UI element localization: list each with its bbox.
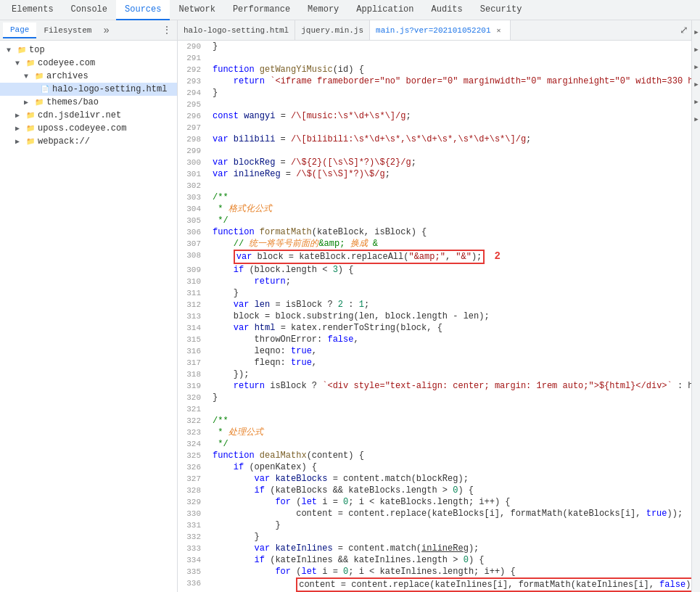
folder-icon: 📁 [25,59,36,67]
sidebar-tab-page[interactable]: Page [3,22,36,38]
sidebar-tabs: Page Filesystem » ⋮ [0,20,177,41]
expand-icon[interactable]: ⤢ [680,24,688,36]
right-panel-btn-1[interactable]: ▶ [692,23,700,41]
right-panel-btn-2[interactable]: ▶ [692,41,700,58]
tab-performance[interactable]: Performance [224,0,299,20]
chevron-right-icon: ▶ [12,137,23,146]
code-line: 317 fleqn: true, [178,357,691,369]
code-line: 320 } [178,392,691,403]
code-line: 323 * 处理公式 [178,427,691,438]
sidebar-more-button[interactable]: » [99,23,113,38]
code-line: 292 function getWangYiMusic(id) { [178,64,691,75]
close-tab-button[interactable]: ✕ [494,25,504,36]
tab-security[interactable]: Security [472,0,531,20]
code-line: 297 [178,122,691,133]
tree-item-archives[interactable]: ▼ 📁 archives [0,70,177,83]
code-line: 309 if (block.length < 3) { [178,264,691,276]
code-line: 291 [178,52,691,64]
tree-item-themes[interactable]: ▶ 📁 themes/bao [0,96,177,109]
editor-tab-main[interactable]: main.js?ver=202101052201 ✕ [370,20,510,41]
sidebar-menu-button[interactable]: ⋮ [160,23,174,38]
code-line: 330 content = content.replace(kateBlocks… [178,508,691,519]
code-line: 304 * 格式化公式 [178,203,691,215]
sidebar: Page Filesystem » ⋮ ▼ 📁 top ▼ 📁 codeyee.… [0,20,178,592]
right-panel-btn-5[interactable]: ▶ [692,93,700,110]
tab-console[interactable]: Console [62,0,116,20]
editor-tab-jquery[interactable]: jquery.min.js [295,20,370,41]
tree-item-uposs[interactable]: ▶ 📁 uposs.codeyee.com [0,122,177,135]
chevron-right-icon: ▶ [12,124,23,133]
tree-label-themes: themes/bao [46,97,99,107]
sidebar-actions: ⋮ [160,23,174,38]
code-line: 311 } [178,287,691,299]
tab-elements[interactable]: Elements [3,0,62,20]
top-nav: Elements Console Sources Network Perform… [0,0,700,20]
chevron-down-icon: ▼ [20,73,32,81]
chevron-right-icon: ▶ [12,111,23,120]
code-line: 307 // 统一将等号前面的&amp; 换成 & [178,238,691,250]
code-view[interactable]: 290 } 291 292 function getWangYiMusic(id… [178,41,691,592]
code-line: 313 block = block.substring(len, block.l… [178,311,691,322]
chevron-down-icon: ▼ [3,46,15,54]
tab-memory[interactable]: Memory [299,0,347,20]
editor-tab-label-main: main.js?ver=202101052201 [376,26,490,35]
editor-tabs: halo-logo-setting.html jquery.min.js mai… [178,20,691,41]
code-line: 302 [178,180,691,192]
code-line: 300 var blockReg = /\${2}([\s\S]*?)\${2}… [178,157,691,168]
code-line: 293 return `<iframe frameborder="no" bor… [178,75,691,87]
code-line: 298 var bilibili = /\[bilibili:\s*\d+\s*… [178,133,691,145]
chevron-right-icon: ▶ [20,98,32,107]
code-line: 310 return; [178,276,691,287]
code-line: 326 if (openKatex) { [178,461,691,473]
tree-label-archives: archives [46,71,88,81]
tree-item-top[interactable]: ▼ 📁 top [0,44,177,57]
tree-item-cdn[interactable]: ▶ 📁 cdn.jsdelivr.net [0,109,177,122]
folder-icon: 📁 [25,111,36,120]
tree-label-uposs: uposs.codeyee.com [38,123,126,133]
editor-tab-halo-logo[interactable]: halo-logo-setting.html [178,20,295,41]
tree-item-webpack[interactable]: ▶ 📁 webpack:// [0,135,177,148]
code-line: 331 } [178,519,691,531]
code-line: 296 const wangyi = /\[music:\s*\d+\s*\]/… [178,110,691,122]
sidebar-tab-filesystem[interactable]: Filesystem [36,23,99,38]
code-line: 295 [178,99,691,110]
chevron-down-icon: ▼ [12,59,23,67]
code-line: 315 throwOnError: false, [178,334,691,345]
code-line-333: 333 var kateInlines = content.match(inli… [178,543,691,554]
tree-label-halo-logo: halo-logo-setting.html [52,84,167,94]
tab-audits[interactable]: Audits [423,0,472,20]
folder-icon: 📁 [33,98,45,107]
code-line: 327 var kateBlocks = content.match(block… [178,473,691,485]
editor-tab-label-halo: halo-logo-setting.html [184,26,289,35]
code-line: 312 var len = isBlock ? 2 : 1; [178,299,691,311]
folder-icon: 📁 [25,124,36,133]
right-panel-btn-4[interactable]: ▶ [692,75,700,93]
code-line: 318 }); [178,369,691,380]
code-line: 314 var html = katex.renderToString(bloc… [178,322,691,334]
code-line: 303 /** [178,192,691,203]
right-panel-btn-3[interactable]: ▶ [692,58,700,75]
code-line: 321 [178,403,691,415]
code-line: 301 var inlineReg = /\$([\s\S]*?)\$/g; [178,168,691,180]
code-line-336: 336 content = content.replace(kateInline… [178,577,691,592]
editor-tab-label-jquery: jquery.min.js [301,26,363,35]
right-panel: ▶ ▶ ▶ ▶ ▶ ▶ [691,20,700,592]
folder-icon: 📁 [33,72,45,81]
code-line: 334 if (kateInlines && kateInlines.lengt… [178,554,691,566]
code-line: 328 if (kateBlocks && kateBlocks.length … [178,485,691,496]
tab-sources[interactable]: Sources [116,0,170,20]
right-panel-btn-6[interactable]: ▶ [692,110,700,128]
tree-item-halo-logo[interactable]: 📄 halo-logo-setting.html [0,83,177,96]
tree-item-codeyee[interactable]: ▼ 📁 codeyee.com [0,57,177,70]
file-tree: ▼ 📁 top ▼ 📁 codeyee.com ▼ 📁 archives 📄 h… [0,41,177,592]
code-line: 299 [178,145,691,157]
tree-label-codeyee: codeyee.com [38,58,95,68]
code-line: 322 /** [178,415,691,427]
editor-tab-actions: ⤢ [680,24,691,36]
tab-network[interactable]: Network [170,0,223,20]
code-line: 325 function dealMathx(content) { [178,450,691,461]
folder-icon: 📁 [16,46,28,54]
code-line: 316 leqno: true, [178,345,691,357]
file-icon: 📄 [39,85,51,94]
tab-application[interactable]: Application [347,0,422,20]
